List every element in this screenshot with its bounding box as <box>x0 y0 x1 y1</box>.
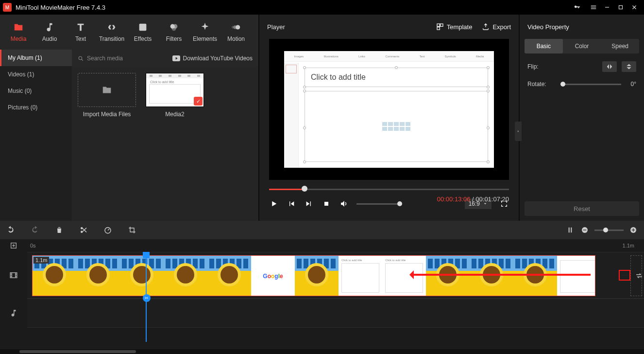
zoom-out-button[interactable] <box>580 225 590 235</box>
audio-track-lane[interactable] <box>27 299 644 328</box>
zoom-in-button[interactable] <box>628 225 638 235</box>
motion-icon <box>231 22 241 33</box>
timeline-snap-icon[interactable] <box>565 225 575 235</box>
timeline-scrollbar[interactable] <box>0 349 644 354</box>
prop-tab-speed[interactable]: Speed <box>601 39 639 53</box>
menu-icon[interactable] <box>587 0 600 14</box>
sidebar-item-videos[interactable]: Videos (1) <box>0 66 72 83</box>
play-button[interactable] <box>269 199 279 209</box>
check-icon: ✓ <box>194 97 203 106</box>
tab-elements[interactable]: Elements <box>189 22 220 42</box>
svg-rect-27 <box>10 273 17 278</box>
transition-swap-icon[interactable] <box>634 271 644 281</box>
tab-media[interactable]: Media <box>3 22 34 42</box>
svg-rect-25 <box>633 229 633 232</box>
timeline-clip[interactable]: 1.1m Google Click to add title Click to … <box>32 255 595 296</box>
prev-frame-button[interactable] <box>287 199 296 209</box>
flip-horizontal-button[interactable] <box>602 61 617 72</box>
media-sidebar: My Album (1) Videos (1) Music (0) Pictur… <box>0 50 72 221</box>
timeline-ruler[interactable]: 0s 1.1m <box>0 239 644 252</box>
tab-motion[interactable]: Motion <box>220 22 252 42</box>
tab-audio[interactable]: Audio <box>34 22 65 42</box>
ruler-end: 1.1m <box>623 243 644 248</box>
sidebar-item-music[interactable]: Music (0) <box>0 83 72 99</box>
volume-icon[interactable] <box>339 199 349 209</box>
rotate-label: Rotate: <box>527 81 551 88</box>
tab-text[interactable]: Text <box>65 22 96 42</box>
search-input[interactable]: Search media <box>78 55 146 62</box>
sparkle-icon <box>200 22 210 33</box>
svg-point-19 <box>81 231 83 233</box>
svg-rect-4 <box>139 24 147 31</box>
media-clip-card[interactable]: Click to add title ✓ Media2 <box>146 73 204 118</box>
import-label: Import Media Files <box>83 111 131 118</box>
maximize-button[interactable] <box>614 0 627 14</box>
property-title: Video Property <box>527 23 569 31</box>
seek-bar[interactable] <box>269 187 509 192</box>
folder-open-icon <box>101 85 113 95</box>
annotation-resize-cursor <box>619 270 630 281</box>
search-icon <box>78 55 84 62</box>
filters-icon <box>169 22 179 33</box>
upgrade-key-icon[interactable] <box>570 0 584 14</box>
ruler-start: 0s <box>27 243 36 248</box>
clip-duration-label: 1.1m <box>34 257 49 264</box>
close-button[interactable] <box>627 0 641 14</box>
crop-button[interactable] <box>127 225 137 235</box>
panel-expand-handle[interactable] <box>515 122 522 141</box>
svg-rect-17 <box>324 202 328 206</box>
volume-slider[interactable] <box>356 203 400 205</box>
rotate-value: 0° <box>631 81 636 88</box>
download-youtube-button[interactable]: Download YouTube Videos <box>172 55 253 62</box>
sidebar-item-pictures[interactable]: Pictures (0) <box>0 99 72 116</box>
add-track-icon[interactable] <box>10 242 17 249</box>
audio-track-icon <box>0 299 27 328</box>
reset-button[interactable]: Reset <box>525 201 639 216</box>
slide-title-text: Click to add title <box>311 73 366 82</box>
template-icon <box>436 23 444 31</box>
titlebar: M MiniTool MovieMaker Free 7.4.3 <box>0 0 644 15</box>
folder-icon <box>13 22 24 33</box>
undo-button[interactable] <box>6 225 16 235</box>
sidebar-item-myalbum[interactable]: My Album (1) <box>0 50 72 66</box>
delete-button[interactable] <box>54 225 64 235</box>
redo-button[interactable] <box>30 225 40 235</box>
svg-rect-15 <box>440 24 442 26</box>
tab-effects[interactable]: Effects <box>127 22 158 42</box>
transition-icon <box>106 22 117 33</box>
app-title: MiniTool MovieMaker Free 7.4.3 <box>16 4 105 11</box>
svg-rect-16 <box>437 27 440 30</box>
annotation-arrow <box>411 274 591 276</box>
template-button[interactable]: Template <box>436 23 473 31</box>
import-media-card[interactable]: Import Media Files <box>78 73 136 118</box>
scissors-icon[interactable]: ✂ <box>143 294 151 302</box>
svg-line-12 <box>82 59 83 61</box>
text-icon <box>75 22 86 33</box>
player-viewport[interactable]: ImagesIllustrationsLinksCommentsTextSymb… <box>269 39 509 180</box>
flip-label: Flip: <box>527 63 551 70</box>
clip-name: Media2 <box>165 111 184 118</box>
tab-transition[interactable]: Transition <box>96 22 127 42</box>
player-title: Player <box>267 23 285 31</box>
tab-filters[interactable]: Filters <box>158 22 189 42</box>
video-track-lane[interactable]: ✂ 1.1m Google Click to add title Click t… <box>27 252 644 299</box>
prop-tab-color[interactable]: Color <box>563 39 601 53</box>
minimize-button[interactable] <box>600 0 614 14</box>
stop-button[interactable] <box>322 199 331 209</box>
split-button[interactable] <box>79 225 88 235</box>
export-button[interactable]: Export <box>482 23 511 31</box>
app-logo: M <box>3 3 12 12</box>
main-toolbar: Media Audio Text Transition Effects <box>0 15 258 50</box>
svg-point-18 <box>81 227 83 230</box>
next-frame-button[interactable] <box>304 199 314 209</box>
time-display: 00:00:13:06 / 00:01:07:20 <box>437 195 509 203</box>
rotate-slider[interactable] <box>560 84 621 85</box>
zoom-slider[interactable] <box>594 230 624 231</box>
property-tabs: Basic Color Speed <box>525 39 639 53</box>
speed-button[interactable] <box>103 225 113 235</box>
svg-rect-14 <box>437 24 440 26</box>
svg-point-10 <box>232 26 235 29</box>
flip-vertical-button[interactable] <box>622 61 636 72</box>
export-icon <box>482 23 490 31</box>
prop-tab-basic[interactable]: Basic <box>525 39 563 53</box>
